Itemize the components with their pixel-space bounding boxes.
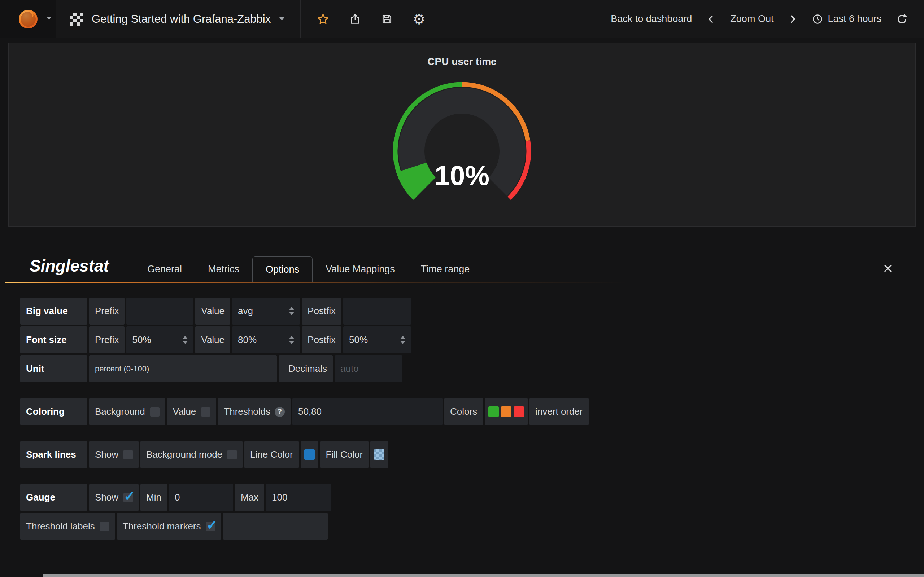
gauge-max-input[interactable] — [266, 484, 331, 511]
tab-options[interactable]: Options — [252, 256, 313, 282]
threshold-toggles-row: Threshold labels Threshold markers — [20, 513, 589, 540]
options-form: Big value Prefix Value avg Postfix Font … — [20, 298, 589, 556]
font-size-value-select[interactable]: 80% — [232, 326, 300, 353]
tab-time-range[interactable]: Time range — [408, 256, 483, 282]
big-value-prefix-label: Prefix — [89, 298, 124, 324]
chevron-down-icon — [279, 17, 284, 21]
coloring-value-cell: Value — [167, 398, 216, 425]
spark-lines-label: Spark lines — [20, 441, 87, 468]
colors-label: Colors — [444, 398, 483, 425]
coloring-label: Coloring — [20, 398, 87, 425]
select-arrows-icon — [289, 307, 294, 315]
decimals-input-cell — [334, 355, 402, 382]
big-value-value-label: Value — [195, 298, 230, 324]
clock-icon — [812, 13, 823, 25]
gauge-min-input-cell — [169, 484, 233, 511]
gauge-max-input-cell — [266, 484, 331, 511]
unit-dropdown[interactable]: percent (0-100) — [89, 355, 277, 382]
big-value-label: Big value — [20, 298, 87, 324]
gauge-options-group: Gauge Show Min Max Threshold labels — [20, 484, 589, 540]
gauge-min-input[interactable] — [169, 484, 233, 511]
time-range-label: Last 6 hours — [828, 13, 881, 24]
big-value-row: Big value Prefix Value avg Postfix — [20, 298, 589, 324]
line-color-swatch[interactable] — [304, 449, 315, 460]
gauge-min-label: Min — [141, 484, 167, 511]
coloring-group: Coloring Background Value Thresholds Col… — [20, 398, 589, 425]
dashboard-title-dropdown[interactable]: Getting Started with Grafana-Zabbix — [56, 0, 300, 38]
horizontal-scrollbar[interactable] — [43, 574, 924, 577]
dashboard-title: Getting Started with Grafana-Zabbix — [92, 13, 271, 26]
invert-order-button[interactable]: invert order — [530, 398, 589, 425]
unit-row: Unit percent (0-100) Decimals — [20, 355, 589, 382]
refresh-icon[interactable] — [896, 13, 908, 25]
tab-accent-line — [5, 282, 919, 283]
help-icon[interactable] — [275, 407, 285, 417]
decimals-label: Decimals — [279, 355, 333, 382]
gauge-show-checkbox[interactable] — [123, 493, 133, 502]
font-size-label: Font size — [20, 326, 87, 353]
navbar: Getting Started with Grafana-Zabbix — [0, 0, 924, 38]
threshold-markers-cell: Threshold markers — [117, 513, 221, 540]
threshold-labels-checkbox[interactable] — [100, 522, 109, 531]
share-icon[interactable] — [349, 13, 361, 25]
chevron-right-icon[interactable] — [788, 15, 797, 24]
editor-tabs: General Metrics Options Value Mappings T… — [134, 256, 483, 282]
threshold-colors-cell — [485, 398, 528, 425]
font-size-postfix-label: Postfix — [302, 326, 341, 353]
decimals-input[interactable] — [334, 355, 402, 382]
coloring-value-checkbox[interactable] — [201, 407, 210, 416]
font-size-row: Font size Prefix 50% Value 80% Postfix 5… — [20, 326, 589, 353]
save-icon[interactable] — [381, 13, 393, 25]
big-value-prefix-input[interactable] — [126, 298, 194, 324]
singlestat-panel: CPU user time 10% — [8, 43, 916, 227]
font-size-postfix-select[interactable]: 50% — [343, 326, 411, 353]
navbar-actions: ⚙ — [300, 12, 426, 26]
tab-metrics[interactable]: Metrics — [195, 256, 252, 282]
gauge-value-text: 10% — [435, 160, 489, 191]
panel-type-title: Singlestat — [30, 256, 109, 276]
threshold-color-swatch[interactable] — [488, 406, 499, 417]
spark-background-mode-cell: Background mode — [141, 441, 242, 468]
chevron-left-icon[interactable] — [706, 15, 716, 24]
select-arrows-icon — [400, 336, 405, 344]
thresholds-input-cell — [292, 398, 443, 425]
threshold-markers-checkbox[interactable] — [206, 522, 215, 531]
close-icon[interactable] — [883, 263, 893, 273]
spark-show-checkbox[interactable] — [123, 450, 133, 459]
line-color-cell — [300, 441, 318, 468]
back-to-dashboard-button[interactable]: Back to dashboard — [611, 13, 692, 24]
tab-value-mappings[interactable]: Value Mappings — [313, 256, 408, 282]
big-value-postfix-input[interactable] — [343, 298, 411, 324]
time-range-picker[interactable]: Last 6 hours — [812, 13, 881, 25]
panel-editor-header: Singlestat General Metrics Options Value… — [0, 249, 924, 283]
fill-color-swatch[interactable] — [374, 449, 384, 460]
star-icon[interactable] — [317, 13, 330, 26]
gauge: 10% — [310, 43, 614, 245]
big-value-postfix-label: Postfix — [302, 298, 341, 324]
coloring-row: Coloring Background Value Thresholds Col… — [20, 398, 589, 425]
thresholds-input[interactable] — [292, 398, 443, 425]
zoom-out-button[interactable]: Zoom Out — [730, 13, 774, 24]
value-options-group: Big value Prefix Value avg Postfix Font … — [20, 298, 589, 382]
chevron-down-icon — [47, 16, 52, 20]
big-value-postfix-input-cell — [343, 298, 411, 324]
big-value-value-select[interactable]: avg — [232, 298, 300, 324]
spark-show-cell: Show — [89, 441, 139, 468]
font-size-prefix-select[interactable]: 50% — [126, 326, 194, 353]
settings-gear-icon[interactable]: ⚙ — [412, 12, 426, 26]
grafana-logo-button[interactable] — [0, 0, 56, 38]
spark-background-mode-checkbox[interactable] — [228, 450, 237, 459]
threshold-labels-cell: Threshold labels — [20, 513, 115, 540]
spark-lines-row: Spark lines Show Background mode Line Co… — [20, 441, 589, 468]
filler-cell — [223, 513, 328, 540]
tab-general[interactable]: General — [134, 256, 195, 282]
dashboard-grid-icon — [70, 13, 83, 26]
fill-color-cell — [370, 441, 388, 468]
thresholds-cell: Thresholds — [218, 398, 291, 425]
select-arrows-icon — [289, 336, 294, 344]
gauge-max-label: Max — [235, 484, 264, 511]
threshold-color-swatch[interactable] — [514, 406, 524, 417]
coloring-background-checkbox[interactable] — [150, 407, 160, 416]
select-arrows-icon — [183, 336, 188, 344]
threshold-color-swatch[interactable] — [501, 406, 512, 417]
